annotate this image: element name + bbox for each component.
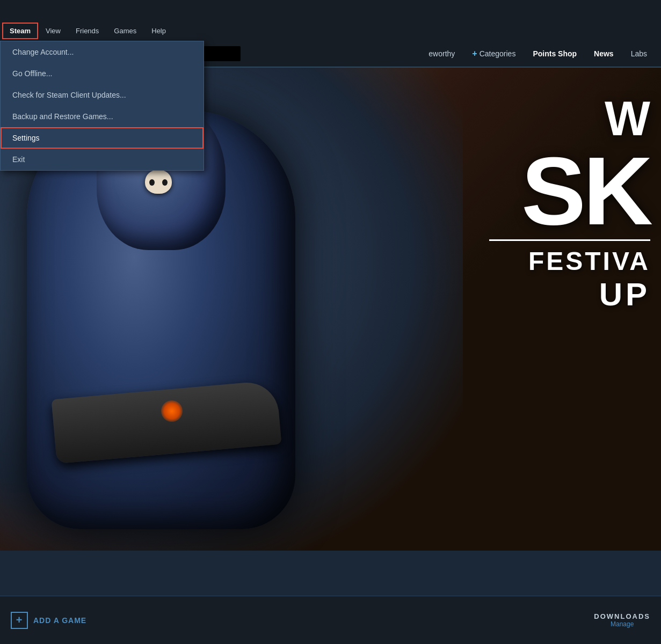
downloads-manage-link[interactable]: Manage <box>594 620 650 628</box>
menu-help[interactable]: Help <box>144 23 173 39</box>
hero-title-w: W <box>339 94 650 143</box>
bottom-bar: + ADD A GAME DOWNLOADS Manage <box>0 596 661 644</box>
nav-labs[interactable]: Labs <box>622 45 656 62</box>
add-game-plus-icon: + <box>11 612 28 629</box>
add-game-label: ADD A GAME <box>33 616 86 625</box>
menu-steam[interactable]: Steam <box>2 23 38 39</box>
hero-text-overlay: W SK FESTIVA UP <box>339 94 661 313</box>
nav-right: eworthy + Categories Points Shop News La… <box>420 45 656 63</box>
hero-cta-text: UP <box>339 276 650 313</box>
title-bar <box>0 0 661 20</box>
steam-dropdown-menu: Change Account... Go Offline... Check fo… <box>0 41 204 171</box>
dropdown-settings[interactable]: Settings <box>1 127 204 149</box>
gun-light-effect <box>161 400 183 422</box>
nav-news[interactable]: News <box>585 45 622 62</box>
dropdown-exit[interactable]: Exit <box>1 149 204 170</box>
downloads-section[interactable]: DOWNLOADS Manage <box>594 612 650 628</box>
menu-bar: Steam View Friends Games Help <box>0 20 661 41</box>
add-game-button[interactable]: + ADD A GAME <box>11 612 86 629</box>
menu-games[interactable]: Games <box>106 23 144 39</box>
dropdown-check-updates[interactable]: Check for Steam Client Updates... <box>1 84 204 106</box>
categories-plus-icon: + <box>472 49 477 58</box>
skull-emblem <box>145 170 172 194</box>
nav-noteworthy[interactable]: eworthy <box>420 45 463 62</box>
dropdown-change-account[interactable]: Change Account... <box>1 41 204 63</box>
menu-view[interactable]: View <box>38 23 68 39</box>
dropdown-go-offline[interactable]: Go Offline... <box>1 63 204 84</box>
menu-friends[interactable]: Friends <box>68 23 106 39</box>
downloads-label: DOWNLOADS <box>594 612 650 620</box>
hero-title-main: SK <box>339 143 650 239</box>
nav-categories[interactable]: + Categories <box>463 45 524 63</box>
nav-points-shop[interactable]: Points Shop <box>524 45 585 62</box>
dropdown-backup-restore[interactable]: Backup and Restore Games... <box>1 106 204 127</box>
hero-subtitle: FESTIVA <box>339 246 650 276</box>
